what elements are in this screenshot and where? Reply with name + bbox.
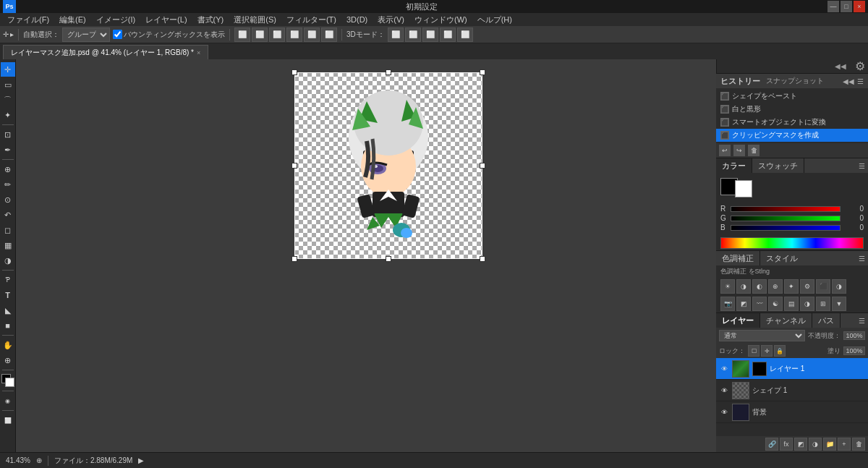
adj-tab-style[interactable]: スタイル	[760, 251, 804, 265]
layer-new-btn[interactable]: +	[838, 438, 851, 451]
adj-tab-adjust[interactable]: 色調補正	[716, 251, 760, 265]
panels-expand-icon[interactable]: ◀◀	[835, 62, 846, 70]
history-delete-button[interactable]: 🗑	[748, 145, 760, 156]
layer-item-0[interactable]: 👁 レイヤー 1	[716, 358, 868, 380]
minimize-button[interactable]: —	[827, 1, 839, 12]
close-button[interactable]: ×	[854, 1, 865, 12]
panels-settings-icon[interactable]: ⚙	[855, 59, 865, 73]
tool-path-select[interactable]: ◣	[1, 303, 15, 318]
tool-rect-select[interactable]: ▭	[1, 77, 15, 92]
tool-move[interactable]: ✛	[1, 62, 15, 77]
layer-eye-1[interactable]: 👁	[719, 386, 729, 396]
layer-link-btn[interactable]: 🔗	[765, 438, 778, 451]
fill-input[interactable]	[843, 346, 865, 355]
align-btn-5[interactable]: ⬜	[304, 27, 320, 42]
align-btn-4[interactable]: ⬜	[286, 27, 302, 42]
history-item-1[interactable]: ⬛ 白と黒形	[716, 103, 868, 116]
3d-btn-3[interactable]: ⬜	[422, 27, 438, 42]
transform-handle-tr[interactable]	[480, 69, 485, 75]
adj-icon-posterize[interactable]: ▤	[784, 297, 799, 311]
opacity-input[interactable]	[843, 331, 865, 340]
history-panel-header[interactable]: ヒストリー スナップショット ◀◀ ☰	[716, 74, 868, 88]
layer-item-1[interactable]: 👁 シェイプ 1	[716, 380, 868, 401]
history-item-3[interactable]: ⬛ クリッピングマスクを作成	[716, 129, 868, 142]
tool-zoom[interactable]: ⊕	[1, 353, 15, 367]
maximize-button[interactable]: □	[841, 1, 852, 12]
tool-spot-heal[interactable]: ⊕	[1, 162, 15, 176]
3d-btn-5[interactable]: ⬜	[457, 27, 473, 42]
swatches-tab[interactable]: スウォッチ	[752, 158, 804, 173]
history-fwd-button[interactable]: ↪	[733, 145, 745, 156]
menu-file[interactable]: ファイル(F)	[3, 14, 54, 26]
tool-screen-mode[interactable]: ⬜	[1, 413, 15, 427]
layer-mask-btn[interactable]: ◩	[794, 438, 807, 451]
adj-icon-levels[interactable]: ◑	[736, 279, 751, 294]
menu-format[interactable]: 書式(Y)	[193, 14, 229, 26]
align-btn-6[interactable]: ⬜	[321, 27, 337, 42]
menu-window[interactable]: ウィンドウ(W)	[410, 14, 472, 26]
3d-btn-4[interactable]: ⬜	[440, 27, 456, 42]
adj-icon-channel-mixer[interactable]: ◩	[736, 297, 751, 311]
tab-close-button[interactable]: ×	[197, 49, 200, 56]
adj-icon-hsl[interactable]: ⚙	[800, 279, 814, 294]
adj-icon-curves[interactable]: ◐	[752, 279, 767, 294]
menu-image[interactable]: イメージ(I)	[92, 14, 140, 26]
menu-layer[interactable]: レイヤー(L)	[141, 14, 191, 26]
adj-panel-menu[interactable]: ☰	[859, 255, 865, 263]
tool-quick-select[interactable]: ✦	[1, 108, 15, 122]
lock-pixels-btn[interactable]: ☐	[748, 345, 760, 357]
transform-handle-bl[interactable]	[292, 256, 297, 262]
background-color[interactable]	[5, 378, 14, 387]
layers-tab-channels[interactable]: チャンネル	[760, 313, 812, 328]
adj-icon-invert[interactable]: ☯	[768, 297, 783, 311]
tool-lasso[interactable]: ⌒	[1, 93, 15, 107]
menu-3d[interactable]: 3D(D)	[342, 14, 372, 25]
tool-history-brush[interactable]: ↶	[1, 208, 15, 222]
blend-mode-select[interactable]: 通常	[719, 330, 805, 341]
transform-handle-br[interactable]	[480, 256, 485, 262]
layers-tab-layers[interactable]: レイヤー	[716, 313, 760, 328]
tool-shape[interactable]: ■	[1, 318, 15, 333]
tool-eraser[interactable]: ◻	[1, 223, 15, 237]
transform-handle-tc[interactable]	[386, 69, 391, 75]
layers-tab-paths[interactable]: パス	[812, 313, 841, 328]
tool-dodge[interactable]: ◑	[1, 253, 15, 268]
transform-handle-bc[interactable]	[386, 256, 391, 262]
tool-brush[interactable]: ✏	[1, 177, 15, 192]
color-bg-swatch[interactable]	[735, 180, 752, 197]
color-r-slider[interactable]	[731, 206, 841, 212]
lock-position-btn[interactable]: ✛	[761, 345, 773, 357]
layer-group-btn[interactable]: 📁	[823, 438, 836, 451]
menu-help[interactable]: ヘルプ(H)	[473, 14, 516, 26]
active-document-tab[interactable]: レイヤーマスク追加.psd @ 41.4% (レイヤー 1, RGB/8) * …	[3, 45, 208, 59]
layer-style-btn[interactable]: fx	[780, 438, 793, 451]
color-b-slider[interactable]	[731, 225, 841, 231]
history-item-0[interactable]: ⬛ シェイプをペースト	[716, 90, 868, 103]
layer-eye-0[interactable]: 👁	[719, 364, 729, 374]
align-btn-3[interactable]: ⬜	[269, 27, 285, 42]
menu-view[interactable]: 表示(V)	[373, 14, 409, 26]
3d-btn-2[interactable]: ⬜	[405, 27, 421, 42]
foreground-background-colors[interactable]	[1, 374, 14, 387]
layer-item-2[interactable]: 👁 背景	[716, 401, 868, 423]
history-item-2[interactable]: ⬛ スマートオブジェクトに変換	[716, 116, 868, 129]
layer-adj-btn[interactable]: ◑	[809, 438, 822, 451]
transform-handle-mr[interactable]	[480, 163, 485, 169]
color-tab[interactable]: カラー	[716, 158, 752, 173]
adj-icon-brightness[interactable]: ☀	[720, 279, 735, 294]
tool-quick-mask[interactable]: ◉	[1, 393, 15, 408]
tool-crop[interactable]: ⊡	[1, 127, 15, 142]
adj-icon-threshold[interactable]: ◑	[800, 297, 814, 311]
adj-icon-color-lookup[interactable]: 〰	[752, 297, 767, 311]
tool-eyedropper[interactable]: ✒	[1, 142, 15, 157]
layer-eye-2[interactable]: 👁	[719, 407, 729, 417]
color-spectrum[interactable]	[720, 237, 864, 249]
transform-handle-ml[interactable]	[292, 163, 297, 169]
tool-clone[interactable]: ⊙	[1, 192, 15, 207]
file-arrow[interactable]: ▶	[138, 456, 144, 464]
history-panel-collapse[interactable]: ◀◀	[843, 77, 854, 85]
history-back-button[interactable]: ↩	[719, 145, 731, 156]
canvas-area[interactable]	[16, 59, 716, 452]
menu-edit[interactable]: 編集(E)	[55, 14, 90, 26]
adj-icon-photo-filter[interactable]: 📷	[720, 297, 735, 311]
